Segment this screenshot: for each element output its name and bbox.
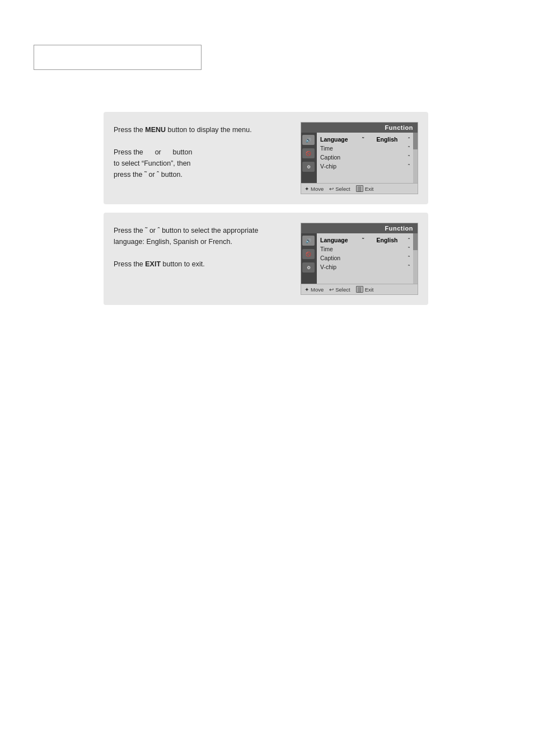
menu-item-language-1: Language ˜ English ˆ: [320, 135, 410, 144]
exit-box-icon-2: |||: [356, 286, 363, 293]
move-label-2: Move: [311, 287, 324, 293]
tv-menu-header-1: Function: [301, 123, 418, 133]
menu-item-time-2: Time ˜: [320, 245, 410, 253]
exit-label-2: Exit: [365, 287, 374, 293]
instruction-panel-1: Press the MENU button to display the men…: [104, 112, 428, 204]
scroll-thumb-2: [413, 233, 418, 250]
tv-menu-footer-1: ✦ Move ↩ Select ||| Exit: [301, 183, 418, 194]
move-diamond-icon-1: ✦: [305, 186, 309, 192]
footer-exit-1: ||| Exit: [356, 185, 374, 192]
tv-menu-items-2: Language ˜ English ˆ Time ˜ Caption ˜ V-…: [317, 233, 413, 284]
exit-box-icon-1: |||: [356, 185, 363, 192]
menu-item-vchip-2: V-chip ˜: [320, 262, 410, 271]
instruction-text-2: Press the ˜ or ˆ button to select the ap…: [114, 223, 289, 270]
menu-item-caption-1: Caption ˜: [320, 153, 410, 162]
menu-item-language-2: Language ˜ English ˆ: [320, 236, 410, 245]
tv-menu-icons-2: 🔊 🚫 ⚙: [301, 233, 317, 284]
tv-menu-icons-1: 🔊 🚫 ⚙: [301, 133, 317, 183]
footer-move-1: ✦ Move: [305, 186, 324, 192]
tv-menu-items-1: Language ˜ English ˆ Time ˜ Caption ˜ V-…: [317, 133, 413, 183]
settings-icon-1: ⚙: [302, 162, 315, 172]
tv-menu-header-2: Function: [301, 223, 418, 233]
footer-select-2: ↩ Select: [329, 287, 350, 293]
mute-icon-2: 🚫: [302, 249, 315, 259]
sound-icon-1: 🔊: [302, 135, 315, 145]
menu-item-time-1: Time ˜: [320, 144, 410, 153]
footer-exit-2: ||| Exit: [356, 286, 374, 293]
page-header-box: [34, 45, 202, 70]
select-arrow-icon-1: ↩: [329, 186, 334, 192]
instruction-panel-2: Press the ˜ or ˆ button to select the ap…: [104, 213, 428, 305]
exit-label-1: Exit: [365, 186, 374, 192]
tv-scrollbar-2: [413, 233, 418, 284]
menu-item-caption-2: Caption ˜: [320, 253, 410, 262]
mute-icon-1: 🚫: [302, 148, 315, 158]
menu-item-vchip-1: V-chip ˜: [320, 162, 410, 171]
tv-scrollbar-1: [413, 133, 418, 183]
select-label-2: Select: [335, 287, 350, 293]
footer-select-1: ↩ Select: [329, 186, 350, 192]
footer-move-2: ✦ Move: [305, 287, 324, 293]
tv-menu-1: Function 🔊 🚫 ⚙ Language ˜ English ˆ Time…: [301, 122, 418, 194]
move-diamond-icon-2: ✦: [305, 287, 309, 293]
menu-bold-1: MENU: [145, 126, 166, 134]
function-label-1: Function: [385, 124, 413, 131]
tv-menu-footer-2: ✦ Move ↩ Select ||| Exit: [301, 284, 418, 294]
exit-bold-2: EXIT: [145, 260, 161, 268]
settings-icon-2: ⚙: [302, 262, 315, 273]
function-label-2: Function: [385, 225, 413, 232]
instruction-text-1: Press the MENU button to display the men…: [114, 122, 289, 180]
move-label-1: Move: [311, 186, 324, 192]
tv-menu-2: Function 🔊 🚫 ⚙ Language ˜ English ˆ Time…: [301, 223, 418, 295]
sound-icon-2: 🔊: [302, 236, 315, 246]
select-arrow-icon-2: ↩: [329, 287, 334, 293]
select-label-1: Select: [335, 186, 350, 192]
scroll-thumb-1: [413, 133, 418, 149]
